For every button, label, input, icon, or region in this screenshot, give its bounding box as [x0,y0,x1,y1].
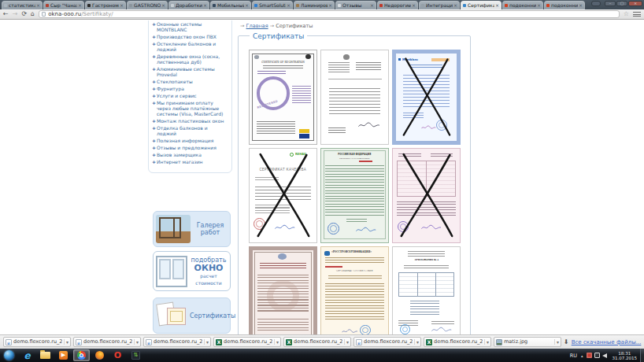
tab-close-icon[interactable]: × [161,3,165,8]
certificate-rosstroy-certificate-of-conformity[interactable]: «РОССТРОЙСЕРТИФИКАЦИЯ»СЕРТИФИКАТ СООТВЕТ… [320,246,389,334]
certificate-rehau-quality-certificate[interactable]: REHAUСЕРТИФИКАТ КАЧЕСТВА [249,148,317,243]
window-extra-button[interactable] [591,1,601,6]
show-desktop-button[interactable] [640,349,644,362]
download-item-caret-icon[interactable]: ▾ [204,339,209,345]
certificates-box[interactable]: Сертификаты [153,297,231,334]
show-all-downloads[interactable]: ⬇ Все скачанные файлы... [564,339,641,345]
tab-close-icon[interactable]: × [579,3,583,8]
gallery-box[interactable]: Галерея работ [153,211,231,247]
network-icon[interactable] [594,353,600,358]
certificate-pink-certificate-table[interactable] [392,148,461,243]
sidebar-menu-item[interactable]: + Деревянные окна (сосна, лиственница ду… [152,54,228,65]
window-minimize-button[interactable]: – [605,1,616,6]
reload-button[interactable]: ⟳ [21,11,27,17]
sidebar-menu-item[interactable]: + Монтаж пластиковых окон [152,118,228,124]
sidebar-menu-item[interactable]: + Стеклопакеты [152,79,228,84]
browser-tab[interactable]: Мобильный × [210,1,251,9]
browser-tab[interactable]: Недорогие × [377,1,418,9]
window-maximize-button[interactable]: ▢ [616,1,627,6]
sidebar-menu-item[interactable]: + Мы принимаем оплату через любые платёж… [152,100,228,116]
browser-tab[interactable]: Доработки × [168,1,209,9]
download-item[interactable]: X demo.flexcore.ru_29....csv ▾ [213,337,281,347]
download-item[interactable]: e demo.flexcore.ru_2...html ▾ [353,337,421,347]
taskbar-file-explorer[interactable] [37,349,54,361]
sidebar-menu-item[interactable]: + Услуги и сервис [152,93,228,98]
tab-close-icon[interactable]: × [120,3,124,8]
forward-button[interactable]: → [13,11,18,17]
taskbar-media-player[interactable]: ▶ [55,349,72,361]
download-item-caret-icon[interactable]: ▾ [344,339,349,345]
sidebar-menu-item[interactable]: + Производство окон ПВХ [152,34,228,39]
download-item[interactable]: e demo.flexcore.ru_2...html ▾ [73,337,141,347]
address-bar[interactable]: okna-ooo.ru/Sertifikaty/ [39,10,620,18]
taskbar-internet-explorer[interactable]: e [19,349,35,361]
home-button[interactable]: ⌂ [31,11,35,17]
hidden-icons-button[interactable]: ▴ [581,353,583,358]
sidebar-menu-item[interactable]: + Отделка балконов и лоджий [152,125,228,136]
sidebar-menu-item[interactable]: + Остекление балконов и лоджий [152,41,228,52]
sidebar-menu-item[interactable]: + Оконные системы MONTBLANC [152,21,228,32]
certificate-appendix-no-1[interactable]: ПРИЛОЖЕНИЕ № 1 [392,246,461,334]
taskbar-opera[interactable]: O [109,349,126,361]
browser-menu-icon[interactable] [633,11,641,17]
browser-tab[interactable]: GASTRONOM × [127,1,168,9]
bookmark-star-icon[interactable]: ☆ [624,11,629,17]
taskbar-download-manager[interactable]: ⇅ [128,349,144,361]
browser-tab[interactable]: Гастрономи × [85,1,126,9]
clock[interactable]: 18:31 31.07.2015 [613,351,638,360]
window-close-button[interactable]: × [628,1,642,6]
browser-tab[interactable]: SmartSoluti × [252,1,293,9]
download-item[interactable]: X demo.flexcore.ru_29....csv ▾ [283,337,351,347]
tab-close-icon[interactable]: × [328,3,332,8]
window-picker-box[interactable]: подобрать ОКНО расчет стоимости [153,251,231,291]
download-item-caret-icon[interactable]: ▾ [484,339,489,345]
browser-tab[interactable]: подоконни × [502,1,543,9]
tab-close-icon[interactable]: × [412,3,416,8]
sidebar-menu-item[interactable]: + Вызов замерщика [152,152,228,157]
taskbar-chrome[interactable] [73,349,90,361]
download-item[interactable]: matiz.jpg ▾ [494,337,561,347]
tab-close-icon[interactable]: × [203,3,207,8]
start-button[interactable] [1,349,17,361]
download-item-caret-icon[interactable]: ▾ [414,339,419,345]
download-item-caret-icon[interactable]: ▾ [64,339,68,345]
tab-close-icon[interactable]: × [370,3,374,8]
browser-tab[interactable]: Отзывы × [335,1,376,9]
browser-tab[interactable]: Сыр "Чанах" × [43,1,84,9]
language-indicator[interactable]: RU [570,353,577,359]
sidebar-menu-item[interactable]: + Фурнитура [152,86,228,91]
certificate-montblanc-certificate[interactable]: Montblanc [392,50,461,145]
tab-close-icon[interactable]: × [78,3,82,8]
certificate-bsi-certificate-of-registration[interactable]: CERTIFICATE OF REGISTRATIONREGISTERED [249,50,317,145]
tab-close-icon[interactable]: × [287,3,291,8]
certificate-russian-federation-certificate-of-conformity[interactable]: РОССИЙСКАЯ ФЕДЕРАЦИЯСЕРТИФИКАТ СООТВЕТСТ… [320,148,389,243]
tab-close-icon[interactable]: × [453,3,457,8]
download-item[interactable]: X demo.flexcore.ru_29....csv ▾ [424,337,491,347]
tab-close-icon[interactable]: × [537,3,541,8]
browser-tab[interactable]: Сертификат × [461,1,502,9]
back-button[interactable]: ← [3,11,9,17]
sidebar-menu-item[interactable]: + Алюминиевые системы Provedal [152,66,228,77]
download-item-caret-icon[interactable]: ▾ [134,339,139,345]
sidebar-menu-item[interactable]: + Интернет магазин [152,159,228,164]
certificate-ministry-letter[interactable] [320,50,389,145]
download-item-caret-icon[interactable]: ▾ [554,339,559,345]
tray-app-icon[interactable] [587,353,592,358]
volume-icon[interactable] [602,353,607,358]
browser-tab[interactable]: Ламиниров × [294,1,335,9]
sidebar-menu-item[interactable]: + Полезная информация [152,138,228,143]
breadcrumb-home-link[interactable]: Главная [246,23,268,29]
tab-close-icon[interactable]: × [245,3,249,8]
download-item-caret-icon[interactable]: ▾ [274,339,279,345]
download-item[interactable]: e demo.flexcore.ru_2...html ▾ [143,337,211,347]
tab-close-icon[interactable]: × [36,3,40,8]
download-item[interactable]: e demo.flexcore.ru_2...html ▾ [3,337,71,347]
taskbar-firefox[interactable] [91,349,108,361]
browser-tab[interactable]: статистика × [2,1,43,9]
browser-tab[interactable]: Интеграция × [419,1,460,9]
browser-tab[interactable]: подоконни × [544,1,585,9]
url-text: okna-ooo.ru/Sertifikaty/ [48,12,113,17]
sidebar-menu-item[interactable]: + Отзывы и предложения [152,145,228,150]
certificate-sanitary-epidemiological-conclusion[interactable] [249,246,317,334]
tab-close-icon[interactable]: × [495,3,499,8]
